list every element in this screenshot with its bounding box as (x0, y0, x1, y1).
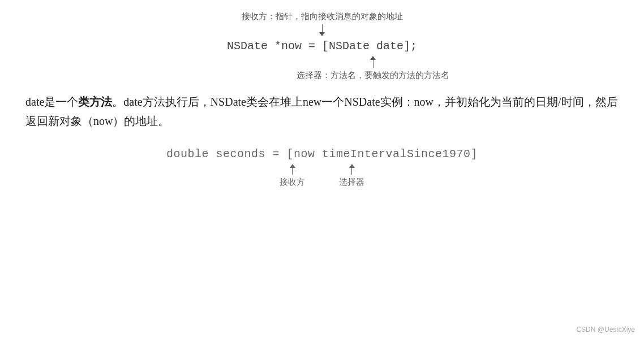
selector-label-top: 选择器：方法名，要触发的方法的方法名 (297, 70, 449, 81)
top-diagram-section: 接收方：指针，指向接收消息的对象的地址 NSDate *now = [NSDat… (23, 11, 621, 81)
bottom-receiver-label: 接收方 (280, 177, 305, 188)
description-text: date是一个类方法。date方法执行后，NSDate类会在堆上new一个NSD… (23, 92, 621, 131)
receiver-arrow-up-icon (290, 164, 295, 168)
bottom-annotations: 接收方 选择器 (280, 164, 364, 188)
receiver-arrow-line (292, 168, 293, 175)
selector-arrow-up-icon (349, 164, 355, 168)
watermark: CSDN @UestcXiye (576, 326, 635, 333)
desc-bold: 类方法 (78, 96, 112, 108)
bottom-receiver-annotation: 接收方 (280, 164, 305, 188)
page-container: 接收方：指针，指向接收消息的对象的地址 NSDate *now = [NSDat… (0, 0, 644, 338)
receiver-label-top: 接收方：指针，指向接收消息的对象的地址 (242, 11, 403, 22)
selector-arrow-up (370, 56, 376, 68)
bottom-selector-annotation: 选择器 (339, 164, 364, 188)
code-line-top: NSDate *now = [NSDate date]; (227, 40, 417, 53)
receiver-arrow-down (319, 24, 325, 36)
bottom-diagram-section: double seconds = [now timeIntervalSince1… (23, 148, 621, 188)
bottom-selector-label: 选择器 (339, 177, 364, 188)
code-line-bottom: double seconds = [now timeIntervalSince1… (166, 148, 478, 161)
selector-arrow-line (351, 168, 352, 175)
desc-part2: 。date方法执行后，NSDate类会在堆上new一个NSDate实例：now，… (25, 96, 618, 127)
desc-part1: date是一个 (25, 96, 78, 108)
